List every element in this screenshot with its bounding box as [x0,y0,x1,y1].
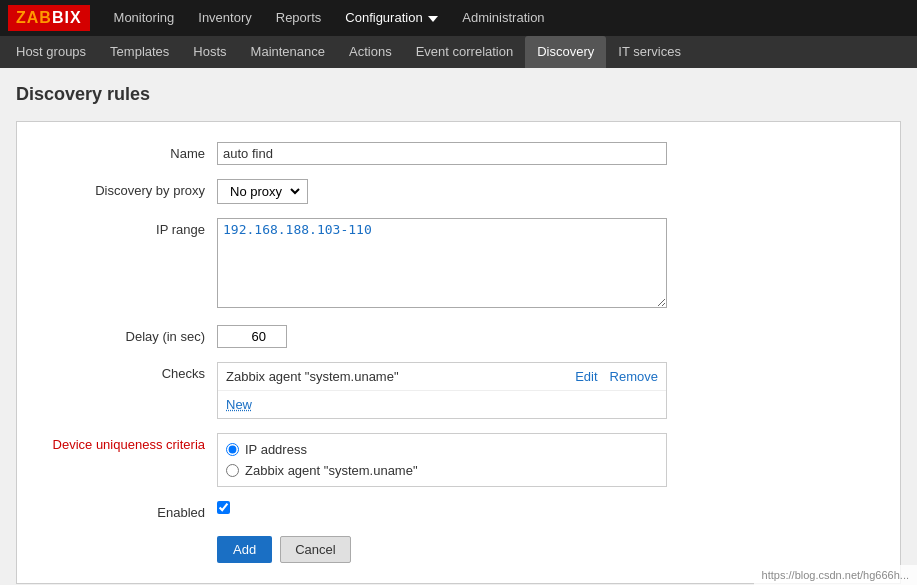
radio-agent-input[interactable] [226,464,239,477]
radio-agent-label[interactable]: Zabbix agent "system.uname" [245,463,418,478]
new-check-link[interactable]: New [226,397,252,412]
proxy-select[interactable]: No proxy [222,182,303,201]
subnav-it-services[interactable]: IT services [606,36,693,68]
ip-range-row: IP range 192.168.188.103-110 [37,218,880,311]
name-row: Name [37,142,880,165]
nav-monitoring[interactable]: Monitoring [102,0,187,36]
checks-control: Zabbix agent "system.uname" Edit Remove … [217,362,880,419]
subnav-event-correlation[interactable]: Event correlation [404,36,526,68]
uniqueness-row: Device uniqueness criteria IP address Za… [37,433,880,487]
zabbix-logo[interactable]: ZABBIX [8,5,90,31]
ip-range-textarea[interactable]: 192.168.188.103-110 [217,218,667,308]
radio-ip-label[interactable]: IP address [245,442,307,457]
uniqueness-control: IP address Zabbix agent "system.uname" [217,433,880,487]
page-title: Discovery rules [16,84,901,105]
subnav-actions[interactable]: Actions [337,36,404,68]
enabled-checkbox[interactable] [217,501,230,514]
subnav-hosts[interactable]: Hosts [181,36,238,68]
subnav-discovery[interactable]: Discovery [525,36,606,68]
checks-item-row: Zabbix agent "system.uname" Edit Remove [218,363,666,391]
name-label: Name [37,142,217,161]
page-content: Discovery rules Name Discovery by proxy … [0,68,917,585]
enabled-row: Enabled [37,501,880,520]
name-control [217,142,880,165]
proxy-control: No proxy [217,179,880,204]
config-triangle-icon [428,16,438,22]
checks-item-text: Zabbix agent "system.uname" [226,369,563,384]
delay-input[interactable] [217,325,287,348]
enabled-control [217,501,880,517]
discovery-rules-form: Name Discovery by proxy No proxy IP rang… [16,121,901,584]
uniqueness-radio-group: IP address Zabbix agent "system.uname" [217,433,667,487]
proxy-select-wrapper[interactable]: No proxy [217,179,308,204]
add-button[interactable]: Add [217,536,272,563]
proxy-row: Discovery by proxy No proxy [37,179,880,204]
checks-row: Checks Zabbix agent "system.uname" Edit … [37,362,880,419]
ip-range-control: 192.168.188.103-110 [217,218,880,311]
edit-check-link[interactable]: Edit [575,369,597,384]
radio-zabbix-agent: Zabbix agent "system.uname" [226,463,658,478]
uniqueness-label: Device uniqueness criteria [37,433,217,452]
name-input[interactable] [217,142,667,165]
checks-new-row: New [218,391,666,418]
bottom-url-hint: https://blog.csdn.net/hg666h... [754,565,917,585]
subnav-maintenance[interactable]: Maintenance [239,36,337,68]
cancel-button[interactable]: Cancel [280,536,350,563]
delay-row: Delay (in sec) [37,325,880,348]
proxy-label: Discovery by proxy [37,179,217,198]
radio-ip-address: IP address [226,442,658,457]
delay-control [217,325,880,348]
ip-range-label: IP range [37,218,217,237]
nav-reports[interactable]: Reports [264,0,334,36]
subnav-host-groups[interactable]: Host groups [4,36,98,68]
radio-ip-input[interactable] [226,443,239,456]
top-navigation: ZABBIX Monitoring Inventory Reports Conf… [0,0,917,36]
nav-configuration[interactable]: Configuration [333,0,450,36]
delay-label: Delay (in sec) [37,325,217,344]
checks-label: Checks [37,362,217,381]
form-buttons: Add Cancel [217,536,880,563]
subnav-templates[interactable]: Templates [98,36,181,68]
nav-inventory[interactable]: Inventory [186,0,263,36]
remove-check-link[interactable]: Remove [610,369,658,384]
enabled-label: Enabled [37,501,217,520]
sub-navigation: Host groups Templates Hosts Maintenance … [0,36,917,68]
checks-table: Zabbix agent "system.uname" Edit Remove … [217,362,667,419]
nav-administration[interactable]: Administration [450,0,556,36]
